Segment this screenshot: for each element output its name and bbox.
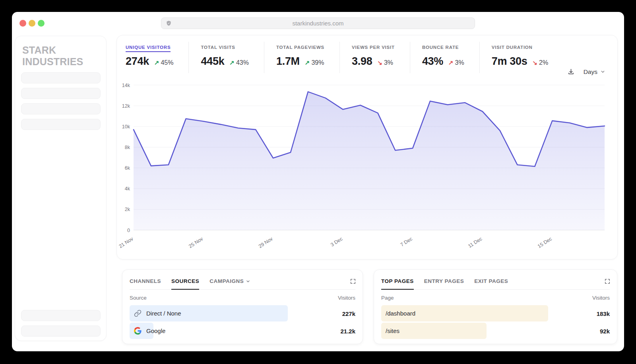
sources-card: CHANNELSSOURCESCAMPAIGNS Source Visitors…: [122, 269, 363, 344]
x-tick-label: 7 Dec: [399, 236, 413, 248]
download-icon: [567, 68, 575, 76]
google-icon: [134, 327, 142, 335]
sidebar-placeholder-item: [21, 88, 101, 99]
row-label: /sites: [386, 327, 399, 334]
x-tick-label: 11 Dec: [467, 236, 483, 249]
sidebar-placeholder-item: [21, 119, 101, 130]
tab-label: EXIT PAGES: [474, 278, 508, 284]
x-axis-labels: 21 Nov25 Nov29 Nov3 Dec7 Dec11 Dec15 Dec: [118, 236, 553, 249]
stat-change: 3%: [384, 59, 393, 66]
stat-change: 43%: [236, 59, 249, 66]
pages-table: /dashboard183k/sites92k: [381, 305, 610, 339]
y-tick-label: 2k: [125, 207, 130, 212]
tab-entry-pages[interactable]: ENTRY PAGES: [424, 278, 464, 289]
desktop-background: starkindustries.com STARK INDUSTRIES UNI…: [0, 0, 636, 364]
pages-card: TOP PAGESENTRY PAGESEXIT PAGES Page Visi…: [374, 269, 617, 344]
tab-channels[interactable]: CHANNELS: [130, 278, 161, 289]
stat-value: 3.98: [352, 55, 372, 68]
chart-area: [134, 92, 605, 230]
table-header: Source Visitors: [130, 290, 355, 304]
chevron-down-icon: [600, 69, 605, 74]
link-icon: [134, 310, 142, 317]
y-tick-label: 10k: [122, 124, 130, 130]
row-content: /sites: [381, 323, 610, 339]
visitors-area-chart[interactable]: 02k4k6k8k10k12k14k21 Nov25 Nov29 Nov3 De…: [117, 80, 617, 255]
close-button[interactable]: [19, 20, 26, 27]
stat-change: 45%: [161, 59, 173, 66]
stat-change: 2%: [539, 59, 548, 66]
tab-sources[interactable]: SOURCES: [171, 278, 199, 289]
column-header-dim: Page: [381, 295, 394, 301]
tab-campaigns[interactable]: CAMPAIGNS: [209, 278, 250, 289]
column-header-metric: Visitors: [592, 295, 610, 301]
trend-up-icon: ↗: [448, 59, 454, 66]
stat-value: 43%: [422, 55, 443, 68]
row-value: 227k: [342, 310, 355, 317]
sidebar-placeholder-item: [21, 103, 101, 114]
table-row[interactable]: Google21.2k: [130, 323, 355, 339]
sidebar-placeholder-item: [21, 325, 101, 337]
tab-label: TOP PAGES: [381, 278, 414, 284]
row-content: Google: [130, 323, 355, 339]
stat-value-row: 274k↗45%: [126, 55, 173, 68]
y-tick-label: 12k: [122, 103, 130, 109]
tab-top-pages[interactable]: TOP PAGES: [381, 278, 414, 289]
y-axis-labels: 02k4k6k8k10k12k14k: [122, 83, 130, 233]
stat-views-per-visit[interactable]: VIEWS PER VISIT3.98↘3%: [339, 42, 410, 73]
stat-change: 3%: [455, 59, 464, 66]
tab-label: CAMPAIGNS: [209, 278, 244, 284]
table-row[interactable]: Direct / None227k: [130, 305, 355, 321]
stat-value-row: 3.98↘3%: [352, 55, 395, 68]
stat-value: 274k: [126, 55, 149, 68]
stat-visit-duration[interactable]: VISIT DURATION7m 30s↘2%: [479, 42, 563, 73]
tab-exit-pages[interactable]: EXIT PAGES: [474, 278, 508, 289]
table-header: Page Visitors: [381, 290, 610, 304]
row-value: 21.2k: [340, 327, 355, 334]
stat-value: 7m 30s: [492, 55, 527, 68]
stat-label: VIEWS PER VISIT: [352, 45, 395, 52]
stat-total-pageviews[interactable]: TOTAL PAGEVIEWS1.7M↗39%: [264, 42, 339, 73]
y-tick-label: 14k: [122, 83, 130, 88]
download-button[interactable]: [567, 68, 575, 76]
x-tick-label: 25 Nov: [188, 236, 204, 249]
interval-dropdown[interactable]: Days: [584, 68, 605, 76]
interval-label: Days: [584, 68, 597, 76]
minimize-button[interactable]: [29, 20, 35, 27]
metrics-bar: UNIQUE VISITORS274k↗45%TOTAL VISITS445k↗…: [117, 35, 617, 73]
address-bar[interactable]: starkindustries.com: [161, 17, 475, 29]
analytics-card: UNIQUE VISITORS274k↗45%TOTAL VISITS445k↗…: [116, 35, 618, 259]
tab-label: CHANNELS: [130, 278, 161, 284]
row-value: 183k: [597, 310, 610, 317]
sources-tabs: CHANNELSSOURCESCAMPAIGNS: [130, 270, 355, 290]
row-value: 92k: [600, 327, 610, 334]
pages-tabs: TOP PAGESENTRY PAGESEXIT PAGES: [381, 270, 610, 290]
sources-table: Direct / None227kGoogle21.2k: [130, 305, 355, 339]
stat-bounce-rate[interactable]: BOUNCE RATE43%↗3%: [410, 42, 479, 73]
tab-label: ENTRY PAGES: [424, 278, 464, 284]
x-tick-label: 3 Dec: [330, 236, 343, 248]
url-text: starkindustries.com: [161, 20, 475, 27]
stat-value-row: 7m 30s↘2%: [492, 55, 548, 68]
sidebar: STARK INDUSTRIES: [15, 36, 107, 341]
stat-unique-visitors[interactable]: UNIQUE VISITORS274k↗45%: [117, 42, 188, 73]
column-header-dim: Source: [130, 295, 147, 301]
y-tick-label: 0: [127, 228, 130, 233]
row-content: Direct / None: [130, 305, 355, 321]
y-tick-label: 6k: [125, 165, 130, 171]
expand-icon[interactable]: [350, 278, 356, 285]
trend-up-icon: ↗: [305, 59, 310, 66]
stat-value-row: 445k↗43%: [201, 55, 248, 68]
stat-label: UNIQUE VISITORS: [126, 45, 171, 52]
browser-window: starkindustries.com STARK INDUSTRIES UNI…: [12, 12, 624, 351]
chevron-down-icon: [246, 279, 250, 284]
chart-toolbar: Days: [567, 68, 605, 76]
stat-label: TOTAL PAGEVIEWS: [276, 45, 324, 52]
expand-icon[interactable]: [604, 278, 611, 285]
stat-value-row: 43%↗3%: [422, 55, 464, 68]
stat-total-visits[interactable]: TOTAL VISITS445k↗43%: [188, 42, 264, 73]
table-row[interactable]: /dashboard183k: [381, 305, 610, 321]
stat-value: 1.7M: [276, 55, 300, 68]
zoom-button[interactable]: [38, 20, 45, 27]
table-row[interactable]: /sites92k: [381, 323, 610, 339]
trend-up-icon: ↗: [229, 59, 235, 66]
